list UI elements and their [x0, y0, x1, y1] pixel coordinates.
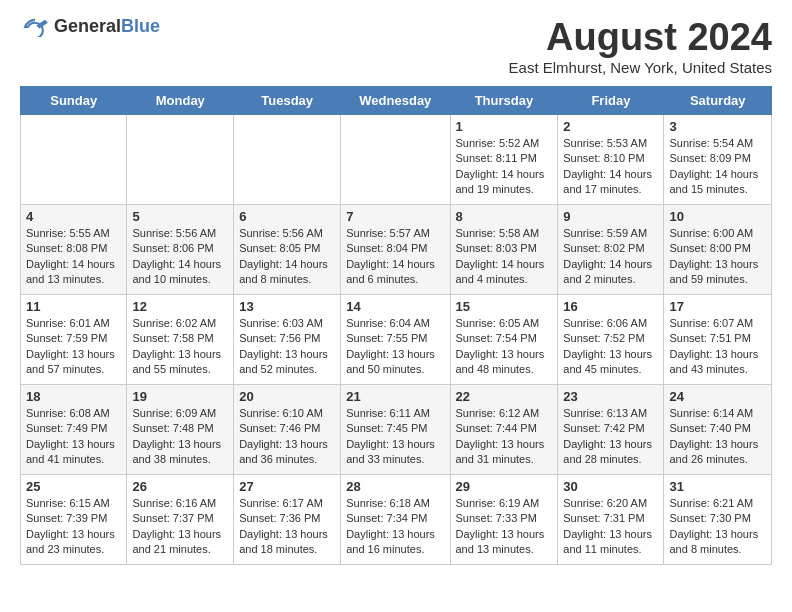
day-info: Sunrise: 6:08 AM Sunset: 7:49 PM Dayligh… — [26, 406, 121, 468]
day-info: Sunrise: 6:04 AM Sunset: 7:55 PM Dayligh… — [346, 316, 444, 378]
calendar-header-row: SundayMondayTuesdayWednesdayThursdayFrid… — [21, 87, 772, 115]
day-number: 1 — [456, 119, 553, 134]
calendar-cell: 28Sunrise: 6:18 AM Sunset: 7:34 PM Dayli… — [341, 475, 450, 565]
calendar-table: SundayMondayTuesdayWednesdayThursdayFrid… — [20, 86, 772, 565]
calendar-cell: 16Sunrise: 6:06 AM Sunset: 7:52 PM Dayli… — [558, 295, 664, 385]
calendar-cell: 30Sunrise: 6:20 AM Sunset: 7:31 PM Dayli… — [558, 475, 664, 565]
calendar-cell: 1Sunrise: 5:52 AM Sunset: 8:11 PM Daylig… — [450, 115, 558, 205]
day-info: Sunrise: 6:09 AM Sunset: 7:48 PM Dayligh… — [132, 406, 228, 468]
day-number: 23 — [563, 389, 658, 404]
day-number: 17 — [669, 299, 766, 314]
calendar-cell: 8Sunrise: 5:58 AM Sunset: 8:03 PM Daylig… — [450, 205, 558, 295]
calendar-cell: 24Sunrise: 6:14 AM Sunset: 7:40 PM Dayli… — [664, 385, 772, 475]
calendar-cell: 14Sunrise: 6:04 AM Sunset: 7:55 PM Dayli… — [341, 295, 450, 385]
calendar-cell: 26Sunrise: 6:16 AM Sunset: 7:37 PM Dayli… — [127, 475, 234, 565]
logo: GeneralBlue — [20, 16, 160, 37]
calendar-cell: 13Sunrise: 6:03 AM Sunset: 7:56 PM Dayli… — [234, 295, 341, 385]
day-info: Sunrise: 6:01 AM Sunset: 7:59 PM Dayligh… — [26, 316, 121, 378]
day-info: Sunrise: 6:16 AM Sunset: 7:37 PM Dayligh… — [132, 496, 228, 558]
column-header-wednesday: Wednesday — [341, 87, 450, 115]
calendar-cell: 7Sunrise: 5:57 AM Sunset: 8:04 PM Daylig… — [341, 205, 450, 295]
calendar-cell: 4Sunrise: 5:55 AM Sunset: 8:08 PM Daylig… — [21, 205, 127, 295]
day-number: 15 — [456, 299, 553, 314]
calendar-cell: 27Sunrise: 6:17 AM Sunset: 7:36 PM Dayli… — [234, 475, 341, 565]
day-number: 8 — [456, 209, 553, 224]
calendar-cell: 15Sunrise: 6:05 AM Sunset: 7:54 PM Dayli… — [450, 295, 558, 385]
calendar-cell — [127, 115, 234, 205]
logo-general-text: General — [54, 16, 121, 36]
calendar-cell — [21, 115, 127, 205]
day-info: Sunrise: 5:55 AM Sunset: 8:08 PM Dayligh… — [26, 226, 121, 288]
calendar-week-row: 1Sunrise: 5:52 AM Sunset: 8:11 PM Daylig… — [21, 115, 772, 205]
day-number: 6 — [239, 209, 335, 224]
day-number: 22 — [456, 389, 553, 404]
day-number: 18 — [26, 389, 121, 404]
column-header-tuesday: Tuesday — [234, 87, 341, 115]
column-header-friday: Friday — [558, 87, 664, 115]
calendar-cell — [341, 115, 450, 205]
logo-blue-text: Blue — [121, 16, 160, 36]
calendar-cell: 29Sunrise: 6:19 AM Sunset: 7:33 PM Dayli… — [450, 475, 558, 565]
day-info: Sunrise: 6:20 AM Sunset: 7:31 PM Dayligh… — [563, 496, 658, 558]
calendar-cell: 17Sunrise: 6:07 AM Sunset: 7:51 PM Dayli… — [664, 295, 772, 385]
day-number: 24 — [669, 389, 766, 404]
day-number: 20 — [239, 389, 335, 404]
calendar-cell: 2Sunrise: 5:53 AM Sunset: 8:10 PM Daylig… — [558, 115, 664, 205]
location-title: East Elmhurst, New York, United States — [509, 59, 772, 76]
day-info: Sunrise: 6:15 AM Sunset: 7:39 PM Dayligh… — [26, 496, 121, 558]
day-number: 27 — [239, 479, 335, 494]
day-info: Sunrise: 6:12 AM Sunset: 7:44 PM Dayligh… — [456, 406, 553, 468]
day-info: Sunrise: 6:02 AM Sunset: 7:58 PM Dayligh… — [132, 316, 228, 378]
day-number: 19 — [132, 389, 228, 404]
calendar-cell: 12Sunrise: 6:02 AM Sunset: 7:58 PM Dayli… — [127, 295, 234, 385]
day-number: 3 — [669, 119, 766, 134]
day-number: 4 — [26, 209, 121, 224]
day-info: Sunrise: 6:14 AM Sunset: 7:40 PM Dayligh… — [669, 406, 766, 468]
day-info: Sunrise: 6:11 AM Sunset: 7:45 PM Dayligh… — [346, 406, 444, 468]
day-number: 13 — [239, 299, 335, 314]
day-info: Sunrise: 5:56 AM Sunset: 8:06 PM Dayligh… — [132, 226, 228, 288]
day-number: 28 — [346, 479, 444, 494]
day-info: Sunrise: 6:05 AM Sunset: 7:54 PM Dayligh… — [456, 316, 553, 378]
title-area: August 2024 East Elmhurst, New York, Uni… — [509, 16, 772, 76]
day-info: Sunrise: 6:06 AM Sunset: 7:52 PM Dayligh… — [563, 316, 658, 378]
day-number: 7 — [346, 209, 444, 224]
day-number: 29 — [456, 479, 553, 494]
day-info: Sunrise: 6:10 AM Sunset: 7:46 PM Dayligh… — [239, 406, 335, 468]
day-info: Sunrise: 5:57 AM Sunset: 8:04 PM Dayligh… — [346, 226, 444, 288]
day-info: Sunrise: 6:17 AM Sunset: 7:36 PM Dayligh… — [239, 496, 335, 558]
day-number: 30 — [563, 479, 658, 494]
column-header-saturday: Saturday — [664, 87, 772, 115]
calendar-cell — [234, 115, 341, 205]
day-number: 10 — [669, 209, 766, 224]
calendar-cell: 19Sunrise: 6:09 AM Sunset: 7:48 PM Dayli… — [127, 385, 234, 475]
day-number: 5 — [132, 209, 228, 224]
calendar-cell: 5Sunrise: 5:56 AM Sunset: 8:06 PM Daylig… — [127, 205, 234, 295]
day-info: Sunrise: 6:00 AM Sunset: 8:00 PM Dayligh… — [669, 226, 766, 288]
day-number: 16 — [563, 299, 658, 314]
calendar-cell: 10Sunrise: 6:00 AM Sunset: 8:00 PM Dayli… — [664, 205, 772, 295]
calendar-cell: 25Sunrise: 6:15 AM Sunset: 7:39 PM Dayli… — [21, 475, 127, 565]
calendar-week-row: 25Sunrise: 6:15 AM Sunset: 7:39 PM Dayli… — [21, 475, 772, 565]
day-number: 21 — [346, 389, 444, 404]
page-header: GeneralBlue August 2024 East Elmhurst, N… — [20, 16, 772, 76]
calendar-cell: 21Sunrise: 6:11 AM Sunset: 7:45 PM Dayli… — [341, 385, 450, 475]
day-number: 14 — [346, 299, 444, 314]
calendar-week-row: 4Sunrise: 5:55 AM Sunset: 8:08 PM Daylig… — [21, 205, 772, 295]
month-title: August 2024 — [509, 16, 772, 59]
calendar-cell: 22Sunrise: 6:12 AM Sunset: 7:44 PM Dayli… — [450, 385, 558, 475]
column-header-thursday: Thursday — [450, 87, 558, 115]
day-info: Sunrise: 5:56 AM Sunset: 8:05 PM Dayligh… — [239, 226, 335, 288]
column-header-sunday: Sunday — [21, 87, 127, 115]
calendar-cell: 11Sunrise: 6:01 AM Sunset: 7:59 PM Dayli… — [21, 295, 127, 385]
logo-icon — [20, 17, 50, 37]
day-info: Sunrise: 5:54 AM Sunset: 8:09 PM Dayligh… — [669, 136, 766, 198]
day-number: 2 — [563, 119, 658, 134]
calendar-week-row: 11Sunrise: 6:01 AM Sunset: 7:59 PM Dayli… — [21, 295, 772, 385]
day-info: Sunrise: 5:59 AM Sunset: 8:02 PM Dayligh… — [563, 226, 658, 288]
day-info: Sunrise: 5:52 AM Sunset: 8:11 PM Dayligh… — [456, 136, 553, 198]
day-info: Sunrise: 6:07 AM Sunset: 7:51 PM Dayligh… — [669, 316, 766, 378]
calendar-cell: 3Sunrise: 5:54 AM Sunset: 8:09 PM Daylig… — [664, 115, 772, 205]
day-number: 26 — [132, 479, 228, 494]
day-number: 31 — [669, 479, 766, 494]
